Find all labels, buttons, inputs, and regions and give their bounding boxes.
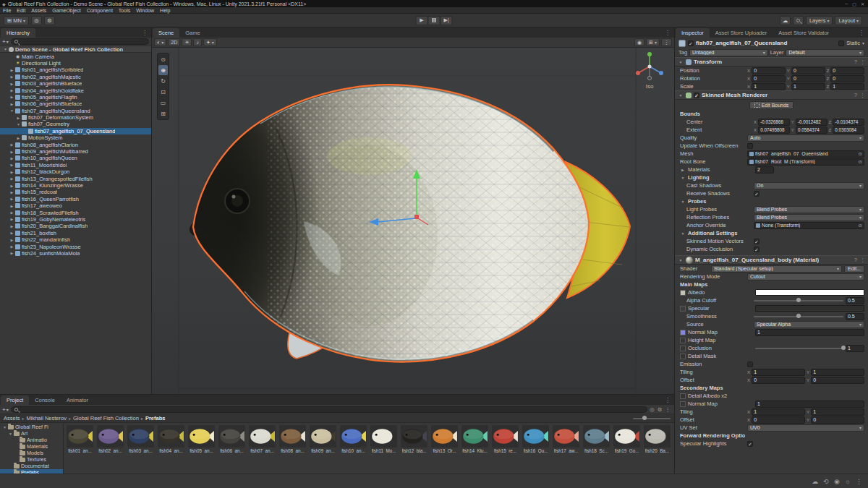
move-tool[interactable]: ⊕ — [158, 65, 168, 75]
foldout-arrow[interactable]: ▶ — [9, 95, 15, 99]
foldout-arrow[interactable]: ▶ — [9, 217, 15, 221]
value-field[interactable]: 0 — [830, 67, 864, 74]
hierarchy-item[interactable]: ▶fish15_redcoat — [0, 189, 151, 195]
tab-console[interactable]: Console — [29, 395, 61, 405]
project-folder[interactable]: Documentat — [0, 463, 63, 469]
draw-mode-dropdown[interactable]: ◐▾ — [154, 38, 166, 46]
foldout-arrow[interactable]: ▼ — [15, 122, 22, 127]
project-folder[interactable]: Materials — [0, 443, 63, 450]
foldout-arrow[interactable]: ▼ — [680, 200, 686, 204]
cloud-icon[interactable]: ☁ — [812, 478, 818, 485]
checkbox[interactable] — [747, 361, 753, 367]
foldout-arrow[interactable]: ▶ — [9, 190, 15, 194]
hierarchy-search-input[interactable] — [20, 39, 145, 45]
value-field[interactable]: 0 — [752, 75, 786, 82]
panel-menu-icon[interactable]: ⋮ — [662, 397, 673, 403]
foldout-arrow[interactable]: ▶ — [9, 224, 15, 228]
help-icon[interactable]: ? — [854, 93, 857, 98]
foldout-arrow[interactable]: ▶ — [9, 238, 15, 242]
dropdown[interactable]: Blend Probes▾ — [754, 214, 864, 221]
auto-light-icon[interactable]: ☼ — [845, 478, 851, 485]
texture-slot[interactable] — [680, 354, 686, 359]
notification-icon[interactable]: ◉ — [834, 478, 840, 485]
checkbox[interactable]: ✓ — [754, 239, 760, 244]
hierarchy-item[interactable]: ▶fish12_blackDurgon — [0, 168, 151, 175]
texture-slot[interactable] — [680, 346, 686, 351]
project-asset[interactable]: fish07_an... — [247, 425, 277, 453]
object-picker-icon[interactable]: ⊙ — [859, 151, 862, 157]
foldout-arrow[interactable]: ▶ — [9, 210, 15, 215]
texture-slot[interactable] — [680, 401, 686, 407]
breadcrumb-prefabs[interactable]: Prefabs — [145, 415, 166, 421]
project-asset[interactable]: fish09_an... — [308, 425, 338, 453]
transform-header[interactable]: ▼ Transform ?⋮ — [675, 57, 868, 67]
foldout-arrow[interactable]: ▶ — [9, 156, 15, 160]
hierarchy-item[interactable]: ▶fish22_mandarinfish — [0, 236, 151, 243]
value-field[interactable]: 0 — [811, 416, 864, 424]
value-field[interactable]: 1 — [830, 83, 864, 90]
create-asset-button[interactable]: +▾ — [2, 406, 9, 413]
project-asset[interactable]: fish12_bla... — [399, 425, 429, 453]
menu-edit[interactable]: Edit — [14, 8, 28, 13]
value-field[interactable]: 0 — [791, 75, 825, 82]
menu-file[interactable]: File — [0, 8, 14, 13]
breadcrumb-collection[interactable]: Global Reef Fish Collection — [73, 415, 139, 421]
dropdown[interactable]: On▾ — [754, 182, 864, 189]
hierarchy-item[interactable]: ▶fish23_NapoleonWrasse — [0, 243, 151, 249]
texture-slot[interactable] — [680, 330, 686, 335]
value-field[interactable]: 1 — [811, 369, 864, 376]
gear-icon[interactable]: ⚙ — [658, 406, 663, 413]
foldout-arrow[interactable]: ▼ — [2, 47, 9, 51]
foldout-arrow[interactable]: ▶ — [9, 102, 15, 106]
value-field[interactable]: 0.5 — [846, 313, 864, 320]
hierarchy-item[interactable]: ▶fish16_QueenParrotfish — [0, 196, 151, 202]
create-object-button[interactable]: +▾ — [2, 38, 9, 45]
pause-button[interactable] — [428, 16, 441, 25]
project-asset[interactable]: fish05_an... — [187, 425, 216, 453]
material-header[interactable]: ▼ M_angelfish_07_Queensland_body (Materi… — [675, 255, 868, 265]
value-field[interactable]: 0 — [752, 67, 786, 74]
checkbox[interactable]: ✓ — [747, 441, 753, 447]
settings-button[interactable]: ⚙ — [44, 16, 55, 25]
hierarchy-item[interactable]: ▶fish03_angelfishBlueface — [0, 80, 151, 87]
minimize-icon[interactable]: ─ — [845, 1, 848, 7]
hierarchy-item[interactable]: ▶fish24_sunfishMolaMola — [0, 250, 151, 257]
menu-tools[interactable]: Tools — [116, 8, 133, 13]
slider[interactable] — [755, 348, 843, 349]
more-icon[interactable]: ⋮ — [860, 257, 865, 263]
hierarchy-item[interactable]: ▶fish11_MoorishIdol — [0, 162, 151, 168]
checkbox[interactable]: ✓ — [754, 247, 760, 252]
value-field[interactable]: 1 — [755, 329, 864, 336]
dropdown[interactable]: Cutout▾ — [747, 273, 864, 281]
texture-slot[interactable] — [680, 393, 686, 399]
slider-handle[interactable] — [796, 298, 801, 302]
dropdown[interactable]: Blend Probes▾ — [754, 206, 864, 213]
foldout-arrow[interactable]: ▶ — [15, 136, 22, 140]
foldout-arrow[interactable]: ▼ — [680, 176, 686, 180]
tab-asset-store-validator[interactable]: Asset Store Validator — [773, 28, 835, 38]
scene-more-button[interactable]: ⋮ — [661, 38, 672, 46]
color-swatch[interactable] — [755, 305, 864, 312]
shader-dropdown[interactable]: Standard (Specular setup)▾ — [711, 265, 842, 273]
object-field[interactable]: None (Transform)⊙ — [754, 222, 864, 229]
texture-slot[interactable] — [680, 290, 686, 296]
hierarchy-item[interactable]: ▶fish18_ScrawledFilefish — [0, 209, 151, 215]
hierarchy-item[interactable]: ▶fish05_angelfishFlagfin — [0, 94, 151, 100]
tag-dropdown[interactable]: Untagged▾ — [689, 49, 768, 56]
more-icon[interactable]: ⋮ — [860, 59, 865, 65]
foldout-arrow[interactable]: ▶ — [9, 176, 15, 181]
skinned-mesh-renderer-header[interactable]: ▼ ✓ Skinned Mesh Renderer ?⋮ — [675, 90, 868, 100]
project-asset[interactable]: fish20_Ba... — [642, 425, 672, 453]
hierarchy-item[interactable]: ☀Directional Light — [0, 60, 151, 67]
object-field[interactable]: fish07_Root_M (Transform)⊙ — [747, 158, 864, 166]
project-asset[interactable]: fish04_an... — [156, 425, 186, 453]
value-field[interactable]: 1 — [752, 369, 805, 376]
grid-dropdown[interactable]: ⊞▾ — [646, 38, 660, 46]
value-field[interactable]: 0.07495808 — [758, 127, 790, 134]
step-button[interactable]: ▶| — [441, 16, 453, 25]
object-name[interactable]: fish07_angelfish_07_Queensland — [696, 40, 836, 46]
hierarchy-item[interactable]: ▶fish09_angelfishMultibarred — [0, 148, 151, 155]
hierarchy-item[interactable]: ▶fish19_GobyNemateleotris — [0, 216, 151, 223]
help-icon[interactable]: ? — [854, 59, 857, 65]
more-icon[interactable]: ⋮ — [665, 406, 671, 413]
